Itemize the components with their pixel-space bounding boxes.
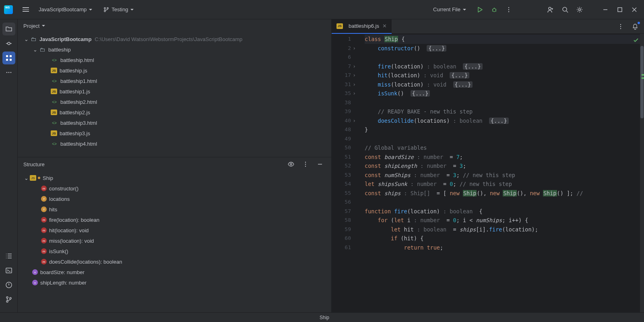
line-number[interactable]: 1 [332, 35, 351, 44]
code-line[interactable]: } [365, 125, 644, 134]
terminal-tool-button[interactable] [2, 264, 15, 277]
more-actions-button[interactable] [503, 4, 514, 15]
file-row[interactable]: battleship.js [18, 65, 331, 76]
line-number[interactable]: 6 [332, 53, 351, 62]
expand-icon[interactable] [32, 47, 38, 53]
structure-member-row[interactable]: hit(location): void [18, 225, 331, 235]
line-number[interactable]: 61 [332, 243, 351, 252]
inspection-ok-icon[interactable] [633, 37, 639, 45]
code-line[interactable]: isSunk() {...} [365, 89, 644, 98]
maximize-window-button[interactable] [614, 4, 625, 15]
debug-button[interactable] [489, 4, 500, 15]
file-row[interactable]: battleship1.js [18, 86, 331, 97]
project-tree[interactable]: JavaScriptBootcamp C:\Users\David Watson… [18, 32, 331, 157]
structure-member-row[interactable]: doesCollide(locations): boolean [18, 256, 331, 267]
structure-tool-button[interactable] [2, 52, 15, 64]
breadcrumb[interactable]: Ship [320, 315, 329, 320]
expand-icon[interactable] [23, 175, 29, 181]
line-number[interactable]: 2› [332, 44, 351, 53]
run-button[interactable] [474, 4, 485, 15]
line-number[interactable]: 55 [332, 189, 351, 198]
notifications-button[interactable] [630, 21, 641, 32]
line-number[interactable]: 58 [332, 216, 351, 225]
fold-toggle[interactable]: › [353, 80, 356, 89]
fold-toggle[interactable]: › [353, 62, 356, 71]
problems-tool-button[interactable] [2, 279, 15, 291]
line-number[interactable]: 57 [332, 207, 351, 216]
line-number[interactable]: 17› [332, 71, 351, 80]
code-line[interactable]: hit(location) : void {...} [365, 71, 644, 80]
project-panel-header[interactable]: Project [18, 19, 331, 32]
line-number[interactable]: 59 [332, 225, 351, 234]
file-row[interactable]: battleship4.html [18, 138, 331, 149]
settings-button[interactable] [574, 4, 585, 15]
project-root[interactable]: JavaScriptBootcamp C:\Users\David Watson… [18, 34, 331, 44]
line-number[interactable]: 39 [332, 107, 351, 116]
change-marker[interactable] [642, 77, 644, 79]
structure-global-row[interactable]: boardSize: number [18, 267, 331, 277]
close-window-button[interactable] [629, 4, 640, 15]
commit-tool-button[interactable] [2, 37, 15, 50]
structure-member-row[interactable]: locations [18, 194, 331, 204]
editor-tab[interactable]: battleship6.js ✕ [332, 19, 392, 34]
main-menu-button[interactable] [19, 4, 32, 15]
git-branch-selector[interactable]: Testing [99, 4, 138, 15]
code-line[interactable]: const boardSize : number = 7; [365, 153, 644, 162]
fold-toggle[interactable]: › [353, 89, 356, 98]
panel-options-button[interactable] [300, 159, 311, 170]
code-line[interactable]: for (let i : number = 0; i < numShips; i… [365, 216, 644, 225]
code-line[interactable]: fire(location) : boolean {...} [365, 62, 644, 71]
structure-member-row[interactable]: hits [18, 204, 331, 215]
line-number[interactable]: 52 [332, 161, 351, 171]
line-number[interactable]: 7› [332, 62, 351, 71]
code-content[interactable]: class Ship { constructor() {...} fire(lo… [361, 34, 644, 312]
file-row[interactable]: battleship2.html [18, 97, 331, 107]
structure-member-row[interactable]: fire(location): boolean [18, 215, 331, 225]
structure-member-row[interactable]: isSunk() [18, 246, 331, 256]
minimize-window-button[interactable] [600, 4, 611, 15]
code-line[interactable]: miss(location) : void {...} [365, 80, 644, 89]
structure-member-row[interactable]: constructor() [18, 183, 331, 194]
code-line[interactable]: function fire(location) : boolean { [365, 207, 644, 216]
code-line[interactable]: // Global variables [365, 143, 644, 153]
line-number[interactable]: 38 [332, 98, 351, 107]
line-number[interactable]: 31› [332, 80, 351, 89]
project-selector[interactable]: JavaScriptBootcamp [34, 4, 97, 15]
structure-member-row[interactable]: miss(location): void [18, 235, 331, 246]
line-number[interactable]: 51 [332, 153, 351, 162]
line-number-gutter[interactable]: 12›67›17›31›35›383940›484950515253545556… [332, 34, 354, 312]
structure-tree[interactable]: Ship constructor()locationshitsfire(loca… [18, 171, 331, 312]
line-number[interactable]: 40› [332, 116, 351, 126]
line-number[interactable]: 48 [332, 125, 351, 134]
line-number[interactable]: 60 [332, 234, 351, 243]
line-number[interactable]: 56 [332, 198, 351, 207]
file-row[interactable]: battleship2.js [18, 107, 331, 118]
code-line[interactable]: constructor() {...} [365, 44, 644, 53]
hide-panel-button[interactable] [314, 159, 326, 170]
tab-options-button[interactable] [615, 21, 626, 32]
todo-tool-button[interactable] [2, 250, 15, 262]
code-line[interactable]: class Ship { [365, 35, 644, 44]
code-line[interactable]: if (hit) { [365, 234, 644, 243]
code-line[interactable]: const numShips : number = 3; // new this… [365, 171, 644, 180]
structure-global-row[interactable]: shipLength: number [18, 277, 331, 288]
view-options-button[interactable] [285, 159, 297, 170]
close-tab-button[interactable]: ✕ [382, 23, 387, 29]
fold-toggle[interactable]: › [353, 116, 356, 126]
code-line[interactable] [365, 98, 644, 107]
file-row[interactable]: battleship1.html [18, 76, 331, 86]
code-line[interactable]: let hit : boolean = ships[i].fire(locati… [365, 225, 644, 234]
change-marker[interactable] [642, 74, 644, 76]
code-line[interactable]: doesCollide(locations) : boolean {...} [365, 116, 644, 126]
line-number[interactable]: 50 [332, 143, 351, 153]
code-line[interactable] [365, 134, 644, 144]
expand-icon[interactable] [23, 36, 29, 42]
editor-scrollbar[interactable] [640, 34, 644, 312]
code-with-me-button[interactable] [545, 4, 556, 15]
code-line[interactable]: return true; [365, 243, 644, 252]
structure-class-row[interactable]: Ship [18, 173, 331, 183]
line-number[interactable]: 53 [332, 171, 351, 180]
file-row[interactable]: battleship3.js [18, 128, 331, 138]
code-line[interactable]: const ships : Ship[] = [ new Ship(), new… [365, 189, 644, 198]
folder-row[interactable]: battleship [18, 44, 331, 55]
